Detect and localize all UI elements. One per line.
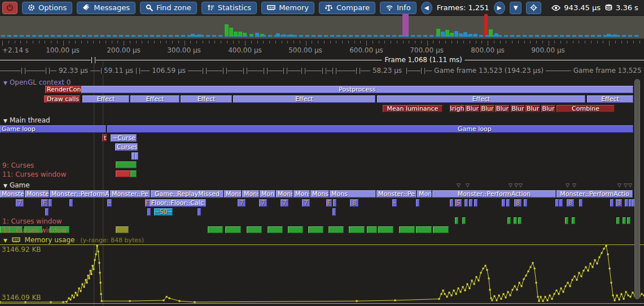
lock-bar[interactable] [288,226,303,233]
memory-section-header[interactable]: ▼ Memory usage (y-range: 848 bytes) [3,236,144,244]
histogram-frame-dash[interactable] [175,35,179,37]
gpu-zone[interactable]: Effect [233,95,375,103]
histogram-frame-dash[interactable] [94,35,98,37]
gpu-zone[interactable]: Blur [525,105,540,112]
message-marker-icon[interactable]: ▽ [566,183,569,188]
histogram-frame-dash[interactable] [14,35,17,37]
histogram-frame-dash[interactable] [225,35,229,37]
histogram-frame-dash[interactable] [349,35,353,37]
histogram-frame-dash[interactable] [305,35,309,37]
histogram-frame-dash[interactable] [622,35,626,37]
histogram-frame-dash[interactable] [479,35,483,37]
cpu-zone[interactable]: Monster::PerformA [50,190,109,198]
histogram-frame-dash[interactable] [628,35,632,37]
lock-bar[interactable] [116,226,129,233]
lock-bar[interactable] [367,226,377,233]
histogram-frame-dash[interactable] [256,35,260,37]
histogram-frame-dash[interactable] [355,35,359,37]
histogram-frame-dash[interactable] [610,35,614,37]
cpu-zone[interactable]: 7 [238,199,246,207]
histogram-frame-dash[interactable] [63,35,67,37]
cpu-zone[interactable]: 7 [302,199,310,207]
histogram-frame-dash[interactable] [169,35,173,37]
cpu-zone[interactable] [135,152,138,160]
main-thread-section-header[interactable]: ▼Main thread [3,116,50,124]
cpu-zone[interactable] [625,199,628,207]
histogram-frame-dash[interactable] [163,35,167,37]
histogram-frame-dash[interactable] [634,35,638,37]
histogram-frame-dash[interactable] [200,35,204,37]
cpu-zone[interactable] [524,199,527,207]
histogram-frame-dash[interactable] [181,35,185,37]
gpu-zone[interactable]: Blur [511,105,525,112]
histogram-bar[interactable] [484,14,488,37]
histogram-frame-dash[interactable] [330,35,334,37]
lock-bar[interactable] [433,226,449,233]
cpu-zone[interactable]: Monster::Pe [110,190,150,198]
histogram-frame-dash[interactable] [386,35,390,37]
cpu-zone[interactable] [147,208,151,216]
histogram-frame-dash[interactable] [243,35,247,37]
message-marker-icon[interactable]: ▽ [466,183,470,188]
gpu-zone[interactable]: Blur [541,105,555,112]
histogram-frame-dash[interactable] [38,35,42,37]
histogram-frame-dash[interactable] [113,35,117,37]
frame-separator[interactable]: Frame 1,068 (1.11 ms) [0,56,644,65]
histogram-frame-dash[interactable] [442,35,446,37]
histogram-frame-dash[interactable] [535,35,539,37]
cpu-zone[interactable]: Monster [0,190,24,198]
gpu-zone[interactable]: Effect [82,95,129,103]
gpu-zone[interactable]: Postprocess [81,86,633,93]
cpu-zone[interactable]: Curses [115,143,138,151]
lock-bar[interactable] [514,217,517,224]
cpu-zone[interactable] [502,199,505,207]
ruler-label[interactable]: Game frame 13,525 µs [571,67,644,75]
messages-button[interactable]: Messages [77,2,135,14]
lock-bar[interactable] [623,217,626,224]
lock-bar[interactable] [247,226,262,233]
lock-bar[interactable] [116,171,130,177]
histogram-bar[interactable] [402,14,409,37]
cpu-zone[interactable] [49,199,52,207]
histogram-frame-dash[interactable] [76,35,80,37]
histogram-frame-dash[interactable] [1,35,5,37]
histogram-frame-dash[interactable] [448,35,452,37]
gpu-zone[interactable]: Bright [450,105,465,112]
cpu-zone[interactable]: F [145,199,150,207]
histogram-frame-dash[interactable] [374,35,378,37]
histogram-frame-dash[interactable] [485,35,489,37]
gpu-zone[interactable]: Combine [557,105,615,112]
cpu-zone[interactable] [332,208,336,216]
histogram-frame-dash[interactable] [585,35,589,37]
histogram-frame-dash[interactable] [293,35,297,37]
histogram-frame-dash[interactable] [212,35,216,37]
gpu-zone[interactable]: Mean luminance [383,105,443,112]
histogram-frame-dash[interactable] [144,35,148,37]
histogram-frame-dash[interactable] [20,35,24,37]
cpu-zone[interactable] [474,199,477,207]
histogram-frame-dash[interactable] [498,35,502,37]
lock-bar[interactable] [268,226,283,233]
gpu-zone[interactable]: Blur [480,105,494,112]
gpu-zone[interactable]: RenderContext [45,86,81,93]
histogram-frame-dash[interactable] [45,35,49,37]
cpu-zone[interactable]: Game::ReplayMissed [151,190,224,198]
cpu-zone[interactable]: 8 [567,199,574,207]
histogram-frame-dash[interactable] [510,35,514,37]
lock-bar[interactable] [116,161,137,168]
cpu-zone[interactable] [506,199,510,207]
histogram-frame-dash[interactable] [436,35,440,37]
cpu-zone[interactable] [610,199,614,207]
histogram-frame-dash[interactable] [430,35,433,37]
gpu-zone[interactable]: Effect [377,95,585,103]
histogram-frame-dash[interactable] [336,35,340,37]
histogram-frame-dash[interactable] [492,35,496,37]
cpu-zone[interactable]: Mons [417,190,432,198]
gpu-zone[interactable]: Blur [465,105,480,112]
cpu-zone[interactable]: 7 [259,199,267,207]
histogram-frame-dash[interactable] [281,35,284,37]
cpu-zone[interactable] [579,199,582,207]
cpu-zone[interactable]: Monst [293,190,310,198]
histogram-frame-dash[interactable] [107,35,111,37]
histogram-frame-dash[interactable] [380,35,384,37]
